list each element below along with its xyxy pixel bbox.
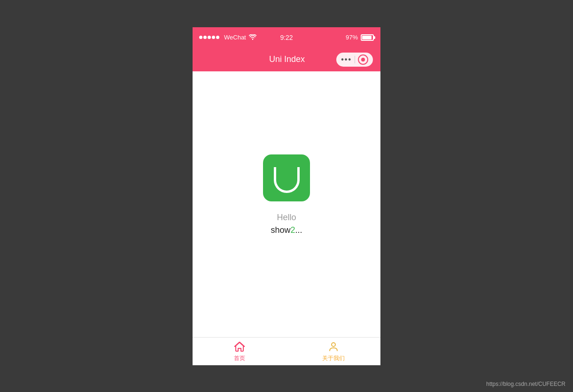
svg-point-1 (332, 343, 335, 346)
tab-label-home: 首页 (234, 354, 245, 362)
show-text-part1: show (271, 225, 290, 235)
hello-text: Hello (277, 213, 296, 223)
wifi-icon (249, 34, 256, 40)
nav-dots[interactable]: ••• (341, 55, 352, 64)
tab-item-about[interactable]: 关于我们 (286, 340, 380, 362)
tab-bar: 首页 关于我们 (193, 337, 380, 365)
status-bar: WeChat 9:22 97% (193, 27, 380, 48)
app-icon (263, 154, 310, 201)
nav-divider (355, 56, 355, 63)
status-right: 97% (346, 34, 374, 41)
battery-percent: 97% (346, 34, 358, 41)
about-icon (327, 340, 340, 353)
home-icon (233, 340, 246, 353)
nav-bar: Uni Index ••• (193, 48, 380, 71)
tab-item-home[interactable]: 首页 (193, 340, 286, 362)
show-text-part2: ... (295, 225, 302, 235)
url-bar: https://blog.csdn.net/CUFEECR (486, 381, 565, 387)
status-center-time: 9:22 (280, 34, 293, 41)
nav-title: Uni Index (238, 54, 336, 64)
show-text-colored: 2 (291, 225, 295, 235)
nav-actions[interactable]: ••• (336, 53, 373, 67)
battery-icon (361, 34, 374, 41)
show-text: show2... (271, 225, 302, 235)
tab-label-about: 关于我们 (322, 354, 345, 362)
svg-point-0 (252, 39, 253, 40)
signal-dots (199, 36, 219, 39)
main-content: Hello show2... (193, 71, 380, 337)
carrier-label: WeChat (224, 34, 246, 41)
phone-frame: WeChat 9:22 97% Uni Index ••• (193, 27, 380, 365)
battery-fill (362, 36, 372, 39)
status-left: WeChat (199, 34, 256, 41)
nav-record-inner (361, 58, 365, 61)
app-icon-u-shape (274, 167, 300, 193)
nav-record-button[interactable] (358, 54, 368, 65)
